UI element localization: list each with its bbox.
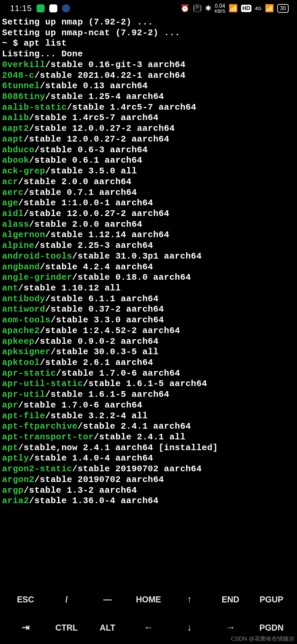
package-name: apt-ftparchive (2, 421, 77, 431)
battery-indicator: 30 (277, 4, 289, 13)
package-info: /stable 0.16-git-3 aarch64 (45, 60, 186, 70)
package-line: apr-static/stable 1.7.0-6 aarch64 (2, 368, 295, 379)
terminal-output[interactable]: Setting up nmap (7.92-2) ...Setting up n… (0, 15, 297, 506)
package-name: 6tunnel (2, 81, 40, 91)
status-left: 11:15 (10, 3, 70, 13)
package-line: age/stable 1:1.0.0-1 aarch64 (2, 198, 295, 209)
key-ctrl[interactable]: CTRL (46, 623, 87, 633)
terminal-line: Setting up nmap-ncat (7.92-2) ... (2, 28, 295, 39)
package-info: /stable 3.5.0 all (45, 166, 137, 176)
package-line: apt-ftparchive/stable 2.4.1 aarch64 (2, 421, 295, 432)
package-line: apr/stable 1.7.0-6 aarch64 (2, 400, 295, 411)
package-line: apache2/stable 1:2.4.52-2 aarch64 (2, 326, 295, 336)
package-name: apr-util-static (2, 379, 83, 389)
package-name: acr (2, 177, 18, 187)
package-line: aptly/stable 1.4.0-4 aarch64 (2, 453, 295, 464)
package-info: /stable 2.0.0 aarch64 (18, 177, 131, 187)
package-line: algernon/stable 1.12.14 aarch64 (2, 230, 295, 240)
package-line: apt-transport-tor/stable 2.4.1 all (2, 432, 295, 443)
key-down[interactable]: ↓ (169, 622, 210, 633)
package-name: aidl (2, 209, 23, 219)
package-line: aria2/stable 1.36.0-4 aarch64 (2, 496, 295, 506)
package-line: angband/stable 4.2.4 aarch64 (2, 262, 295, 273)
terminal-line: ~ $ apt list (2, 38, 295, 49)
package-line: 6tunnel/stable 0.13 aarch64 (2, 81, 295, 92)
package-name: argon2 (2, 475, 35, 485)
key-pgup[interactable]: PGUP (251, 594, 292, 605)
package-info: /stable 1.4rc5-7 aarch64 (67, 102, 196, 112)
package-name: 2048-c (2, 70, 35, 80)
package-name: ant (2, 283, 18, 293)
package-line: alpine/stable 2.25-3 aarch64 (2, 240, 295, 251)
key-dash[interactable]: — (87, 594, 128, 605)
package-line: apkeep/stable 0.9.0-2 aarch64 (2, 336, 295, 347)
terminal-line: Setting up nmap (7.92-2) ... (2, 17, 295, 28)
key-end[interactable]: END (210, 594, 251, 605)
key-tab[interactable]: ⇥ (5, 622, 46, 633)
package-info: /stable 31.0.3p1 aarch64 (72, 251, 201, 261)
package-info: /stable 0.18.0 aarch64 (72, 272, 191, 282)
package-info: /stable 2.0.0 aarch64 (29, 219, 142, 229)
key-alt[interactable]: ALT (87, 623, 128, 633)
hd-badge: HD (241, 5, 251, 12)
package-info: /stable 20190702 aarch64 (72, 464, 201, 474)
key-home[interactable]: HOME (128, 594, 169, 605)
package-line: abook/stable 0.6.1 aarch64 (2, 155, 295, 166)
package-line: aapt2/stable 12.0.0.27-2 aarch64 (2, 123, 295, 134)
package-line: apr-util-static/stable 1.6.1-5 aarch64 (2, 379, 295, 389)
package-info: /stable 1.6.1-5 aarch64 (45, 389, 169, 399)
package-info: /stable 0.9.0-2 aarch64 (35, 336, 159, 346)
package-name: apr-util (2, 389, 45, 399)
key-pgdn[interactable]: PGDN (251, 623, 292, 633)
package-name: apache2 (2, 326, 40, 336)
package-line: aom-tools/stable 3.3.0 aarch64 (2, 315, 295, 326)
key-left[interactable]: ← (128, 622, 169, 633)
package-name: apkeep (2, 336, 35, 346)
terminal-line: Listing... Done (2, 49, 295, 60)
package-info: /stable 2.25-3 aarch64 (35, 240, 153, 251)
package-info: /stable 12.0.0.27-2 aarch64 (23, 134, 169, 144)
package-line: alass/stable 2.0.0 aarch64 (2, 219, 295, 230)
package-line: apktool/stable 2.6.1 aarch64 (2, 358, 295, 368)
package-name: apt (2, 443, 18, 453)
package-info: /stable 2.6.1 aarch64 (40, 358, 153, 368)
key-right[interactable]: → (210, 622, 251, 633)
package-info: /stable 1.4rc5-7 aarch64 (29, 113, 159, 123)
package-name: apr (2, 400, 18, 410)
package-line: 0verkill/stable 0.16-git-3 aarch64 (2, 60, 295, 70)
package-line: ant/stable 1.10.12 all (2, 283, 295, 294)
package-info: /stable 1.7.0-6 aarch64 (18, 400, 142, 410)
package-line: 2048-c/stable 2021.04.22-1 aarch64 (2, 70, 295, 81)
package-info: /stable 0.6.1 aarch64 (29, 155, 142, 165)
package-name: apt-transport-tor (2, 432, 94, 442)
package-name: argp (2, 485, 23, 495)
app-icon-2 (62, 4, 70, 12)
package-line: apt-file/stable 3.2.2-4 all (2, 411, 295, 422)
package-info: /stable 0.13 aarch64 (40, 81, 148, 91)
signal-bars-icon: 📶 (265, 4, 274, 13)
key-slash[interactable]: / (46, 594, 87, 605)
package-name: antibody (2, 294, 45, 304)
package-name: argon2-static (2, 464, 72, 474)
package-line: apksigner/stable 30.0.3-5 all (2, 347, 295, 358)
package-info: /stable 0.6-3 aarch64 (35, 145, 148, 155)
package-line: abduco/stable 0.6-3 aarch64 (2, 145, 295, 156)
package-info: /stable 1.25-4 aarch64 (45, 92, 164, 102)
package-name: aalib (2, 113, 29, 123)
package-info: /stable 20190702 aarch64 (35, 475, 164, 485)
package-name: aalib-static (2, 102, 67, 112)
package-name: apksigner (2, 347, 51, 357)
package-line: argon2/stable 20190702 aarch64 (2, 475, 295, 485)
package-info: /stable 1.6.1-5 aarch64 (83, 379, 207, 389)
wifi-icon: 📶 (229, 4, 238, 13)
package-info: /stable 4.2.4 aarch64 (40, 262, 153, 272)
package-info: /stable 0.7.1 aarch64 (23, 187, 137, 198)
package-info: /stable 0.37-2 aarch64 (45, 304, 164, 314)
key-esc[interactable]: ESC (5, 594, 46, 605)
network-speed: 0.04 KB/S (215, 3, 225, 13)
key-up[interactable]: ↑ (169, 594, 210, 605)
package-info: /stable 1:1.0.0-1 aarch64 (18, 198, 153, 208)
package-info: /stable 3.3.0 aarch64 (51, 315, 164, 325)
package-line: argp/stable 1.3-2 aarch64 (2, 485, 295, 496)
status-time: 11:15 (10, 3, 32, 13)
